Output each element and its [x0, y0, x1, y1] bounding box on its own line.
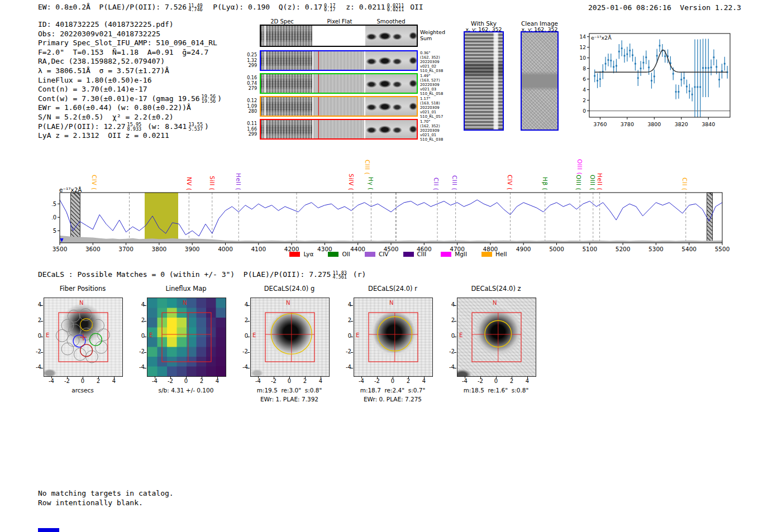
heatmap-cell [147, 357, 158, 367]
fiber-weight-value: 0.25 [242, 52, 257, 58]
data-point [597, 80, 598, 82]
panel-x-tick-label: 4 [314, 378, 327, 384]
data-point [680, 79, 682, 80]
2d-spec-image [261, 74, 312, 93]
panel-tick-mark [41, 321, 43, 322]
panel-x-tick-label: 0 [386, 378, 399, 384]
data-point [718, 79, 720, 80]
fiber-id-line: v021_01 [420, 110, 454, 114]
full-spectrum-svg: 5101535003600370038003900400041004200430… [52, 191, 745, 256]
fiber-circle [92, 319, 104, 332]
x-tick-label: 4200 [284, 246, 299, 252]
emission-line-labels: CIV (NV (SiII (HeII (SiIV (CIII (Hγ (CII… [52, 148, 745, 191]
full-spectrum-plot: 5101535003600370038003900400041004200430… [52, 191, 745, 256]
panel-tick-mark [408, 376, 409, 378]
compass-north-label: N [79, 300, 83, 306]
fiber-id-line: 20220309 [420, 106, 454, 110]
panel-tick-mark [144, 337, 146, 337]
text-segment: Obs: 20220309v021_4018732225 [38, 30, 160, 38]
panel-y-tick-label: -2 [444, 348, 455, 354]
data-point [621, 47, 623, 49]
panel-tick-mark [247, 305, 250, 306]
smoothed-image [365, 26, 417, 46]
x-tick-label: 3600 [85, 246, 101, 252]
2d-cutout-row [260, 50, 418, 71]
panel-x-tick-label: 2 [402, 378, 415, 384]
fraction-stack: 15.958.933 [127, 123, 142, 131]
detection-zoom-spectrum: 0246810121437603780380038203840e⁻¹⁷x2Å [578, 28, 746, 137]
data-point [678, 91, 680, 93]
panel-tick-mark [424, 376, 425, 378]
x-tick-label: 3780 [621, 121, 634, 127]
panel-y-tick-label: 2 [30, 317, 41, 323]
text-segment: EWr = 1.60(±0.44) (w: 0.80(±0.22))Å [38, 103, 191, 112]
aperture-box [369, 313, 418, 362]
panel-x-tick-label: -4 [148, 378, 161, 384]
text-segment: RA,Dec (238.159882,52.079407) [38, 57, 165, 65]
panel-x-tick-label: 2 [505, 378, 518, 384]
heatmap-cell [187, 298, 197, 308]
heatmap-cell [177, 328, 187, 338]
fiber-weight-value: 299 [242, 132, 257, 137]
heatmap-cell [177, 347, 187, 357]
data-point [654, 75, 655, 77]
panel-x-tick-label: 4 [211, 378, 224, 384]
panel-tick-mark [144, 321, 146, 322]
heatmap-cell [167, 298, 177, 308]
noise-floor-region [60, 236, 722, 243]
text-segment: DECaLS : Possible Matches = 0 (within +/… [38, 270, 331, 279]
heatmap-cell [167, 367, 177, 377]
heatmap-cell [147, 308, 158, 318]
info-line: RA,Dec (238.159882,52.079407) [38, 57, 222, 66]
panel-y-tick-label: 4 [340, 301, 351, 308]
panel-tick-mark [144, 352, 146, 353]
panel-tick-mark [247, 352, 250, 353]
data-point [632, 55, 633, 56]
info-line: EWr = 1.60(±0.44) (w: 0.80(±0.22))Å [38, 103, 222, 113]
panel-tick-mark [454, 321, 456, 322]
fiber-weight-value: 279 [242, 86, 257, 92]
panel-tick-mark [41, 305, 43, 306]
x-tick-label: 4800 [483, 246, 498, 252]
next-row-image-stub [38, 528, 59, 532]
heatmap-cell [167, 337, 177, 347]
line-center-marker [318, 51, 320, 70]
panel-x-tick-label: -4 [251, 378, 265, 384]
with-sky-pixels [465, 32, 503, 130]
panel-y-tick-label: 0 [340, 333, 351, 339]
panel-y-tick-label: 0 [444, 333, 455, 339]
compass-east-label: E [252, 332, 256, 338]
panel-tick-mark [512, 376, 512, 378]
fiber-id-line: v021_02 [420, 64, 454, 69]
line-center-marker [318, 74, 320, 93]
y-tick-label: 5 [53, 228, 56, 234]
heatmap-cell [216, 308, 226, 318]
2d-cutout-row [260, 119, 418, 140]
panel-x-tick-label: 4 [107, 378, 121, 384]
fiber-row-left-labels: 0.251.32299 [242, 52, 257, 69]
emission-line-label: CIII ( [364, 160, 371, 175]
fiber-id-line: 20220309 [420, 128, 454, 133]
data-point [643, 62, 645, 64]
heatmap-cell [197, 337, 207, 347]
fraction-stack: 11.494.746 [188, 4, 203, 12]
x-tick-label: 4900 [516, 246, 531, 252]
panel-tick-mark [351, 368, 353, 368]
compass-east-label: E [356, 332, 359, 338]
fiber-id-line: v021_03 [420, 87, 454, 92]
heatmap-cell [167, 318, 177, 328]
fiber-id-line: 1.17" [420, 97, 454, 101]
panel-tick-mark [98, 376, 99, 378]
catalog-footer: No matching targets in catalog. Row inte… [38, 489, 174, 507]
heatmap-cell [197, 328, 207, 338]
fiber-weight-value: 299 [242, 63, 257, 69]
data-point [711, 66, 712, 68]
smoothed-image [365, 120, 417, 138]
data-point [624, 55, 626, 56]
data-point [605, 63, 607, 65]
heatmap-cell [197, 367, 207, 377]
text-segment: (r) [349, 270, 366, 279]
data-point [689, 90, 690, 92]
panel-x-tick-label: 4 [417, 378, 431, 384]
panel-y-tick-label: -4 [30, 364, 41, 370]
